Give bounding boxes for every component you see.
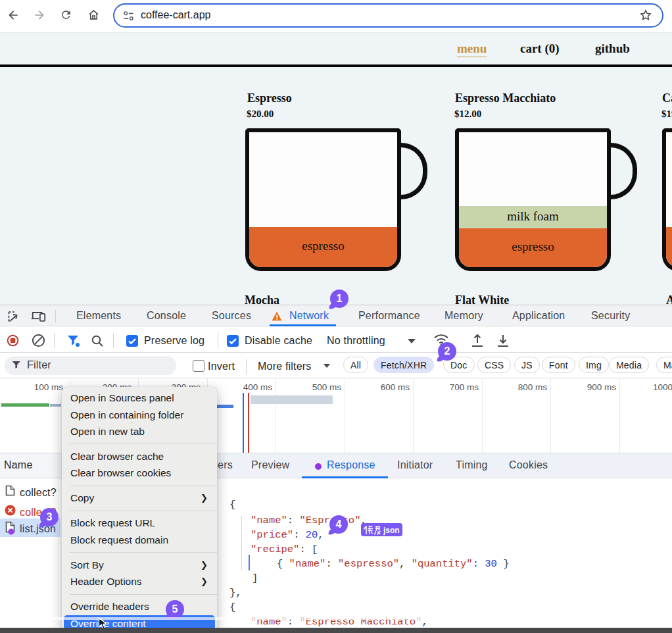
svg-text:json: json <box>383 526 400 535</box>
